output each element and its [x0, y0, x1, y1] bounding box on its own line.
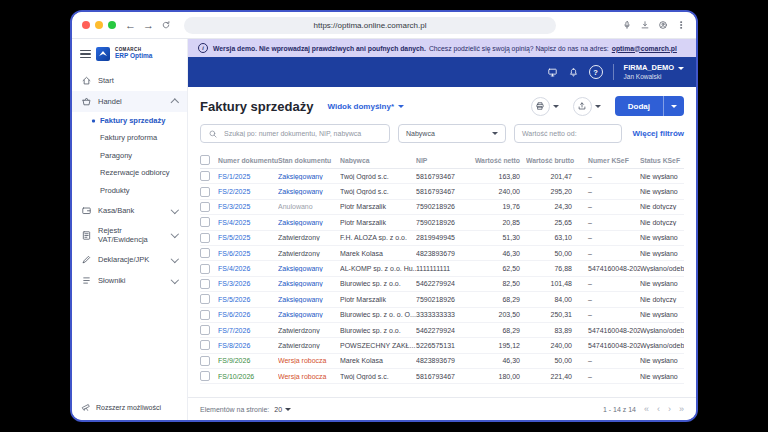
browser-menu-icon[interactable]	[676, 20, 686, 30]
cell-document-number[interactable]: FS/4/2025	[218, 219, 278, 226]
sidebar-subitem-produkty[interactable]: Produkty	[72, 183, 187, 201]
view-selector[interactable]: Widok domyślny*	[327, 102, 404, 111]
row-checkbox[interactable]	[200, 248, 210, 258]
row-checkbox[interactable]	[200, 217, 210, 227]
notifications-bell-icon[interactable]	[568, 67, 579, 78]
sidebar-subitem-paragony[interactable]: Paragony	[72, 147, 187, 165]
prev-page-button[interactable]: ‹	[657, 405, 660, 414]
more-filters-link[interactable]: Więcej filtrów	[633, 129, 685, 138]
expand-capabilities-button[interactable]: Rozszerz możliwości	[72, 394, 187, 420]
row-checkbox[interactable]	[200, 340, 210, 350]
user-menu[interactable]: FIRMA_DEMO Jan Kowalski	[624, 64, 684, 80]
cell-document-number[interactable]: FS/2/2025	[218, 188, 278, 195]
cell-document-number[interactable]: FS/10/2026	[218, 373, 278, 380]
last-page-button[interactable]: »	[679, 405, 684, 414]
cell-document-number[interactable]: FS/7/2026	[218, 327, 278, 334]
table-row[interactable]: FS/8/2026ZatwierdzonyPOWSZECHNY ZAKŁ...5…	[200, 338, 684, 353]
row-checkbox[interactable]	[200, 202, 210, 212]
sidebar-item-handel[interactable]: Handel	[72, 91, 187, 112]
export-button[interactable]	[573, 97, 601, 116]
address-bar[interactable]: https://optima.online.comarch.pl	[184, 17, 556, 34]
first-page-button[interactable]: «	[644, 405, 649, 414]
table-row[interactable]: FS/9/2026Wersja roboczaMarek Kolasa48238…	[200, 354, 684, 369]
sidebar-item-deklaracje-jpk[interactable]: Deklaracje/JPK	[72, 249, 187, 270]
table-row[interactable]: FS/6/2025ZatwierdzonyMarek Kolasa4823893…	[200, 246, 684, 261]
buyer-select[interactable]: Nabywca	[398, 124, 506, 143]
table-row[interactable]: FS/3/2025AnulowanoPiotr Marszalik7590218…	[200, 200, 684, 215]
sidebar-subitem-rezerwacje-odbiorcy[interactable]: Rezerwacje odbiorcy	[72, 165, 187, 183]
row-checkbox[interactable]	[200, 294, 210, 304]
cell-document-number[interactable]: FS/3/2026	[218, 280, 278, 287]
cell-net-value: 62,50	[472, 265, 526, 272]
search-box[interactable]	[200, 124, 390, 143]
row-checkbox[interactable]	[200, 279, 210, 289]
table-row[interactable]: FS/3/2026ZaksięgowanyBiurowiec sp. z o.o…	[200, 277, 684, 292]
banner-email-link[interactable]: optima@comarch.pl	[612, 45, 677, 52]
add-invoice-button[interactable]: Dodaj	[615, 96, 684, 116]
cell-document-number[interactable]: FS/5/2026	[218, 296, 278, 303]
sidebar-item-s-owniki[interactable]: Słowniki	[72, 270, 187, 291]
table-row[interactable]: FS/10/2026Wersja roboczaTwój Ogród s.c.5…	[200, 369, 684, 384]
profile-icon[interactable]	[658, 20, 668, 30]
dictionary-icon	[81, 275, 92, 286]
column-header-document-status[interactable]: Stan dokumentu	[278, 157, 340, 164]
cell-document-number[interactable]: FS/6/2025	[218, 250, 278, 257]
mic-icon[interactable]	[622, 20, 632, 30]
column-header-nip[interactable]: NIP	[416, 157, 472, 164]
table-row[interactable]: FS/4/2026ZaksięgowanyAL-KOMP sp. z o.o. …	[200, 261, 684, 276]
row-checkbox[interactable]	[200, 310, 210, 320]
column-header-net-value[interactable]: Wartość netto	[472, 157, 526, 164]
add-button-label[interactable]: Dodaj	[615, 96, 663, 116]
column-header-ksef-number[interactable]: Numer KSeF	[578, 157, 640, 164]
window-minimize-button[interactable]	[95, 21, 103, 29]
row-checkbox[interactable]	[200, 325, 210, 335]
net-value-from-input[interactable]: Wartość netto od:	[514, 124, 622, 143]
row-checkbox[interactable]	[200, 233, 210, 243]
table-row[interactable]: FS/2/2025ZaksięgowanyTwój Ogród s.c.5816…	[200, 184, 684, 199]
sidebar-subitem-faktury-proforma[interactable]: Faktury proforma	[72, 130, 187, 148]
table-row[interactable]: FS/1/2025ZaksięgowanyTwój Ogród s.c.5816…	[200, 169, 684, 184]
help-icon[interactable]: ?	[589, 65, 603, 79]
row-checkbox[interactable]	[200, 371, 210, 381]
sidebar-subitem-faktury-sprzeda-y[interactable]: Faktury sprzedaży	[72, 112, 187, 130]
table-row[interactable]: FS/5/2026ZaksięgowanyPiotr Marszalik7590…	[200, 292, 684, 307]
print-button[interactable]	[531, 97, 559, 116]
column-header-buyer[interactable]: Nabywca	[340, 157, 416, 164]
row-checkbox[interactable]	[200, 356, 210, 366]
reload-button[interactable]	[161, 20, 171, 30]
cell-document-number[interactable]: FS/9/2026	[218, 357, 278, 364]
row-checkbox[interactable]	[200, 187, 210, 197]
column-header-document-number[interactable]: Numer dokumentu	[218, 157, 278, 164]
cell-document-number[interactable]: FS/8/2026	[218, 342, 278, 349]
window-maximize-button[interactable]	[108, 21, 116, 29]
ksef-monitor-icon[interactable]	[547, 67, 558, 78]
next-page-button[interactable]: ›	[668, 405, 671, 414]
cell-document-number[interactable]: FS/3/2025	[218, 203, 278, 210]
table-row[interactable]: FS/7/2026ZatwierdzonyBiurowiec sp. z o.o…	[200, 323, 684, 338]
cell-document-number[interactable]: FS/1/2025	[218, 173, 278, 180]
divider	[613, 64, 614, 80]
column-header-ksef-status[interactable]: Status KSeF	[640, 157, 684, 164]
back-button[interactable]: ←	[125, 20, 136, 31]
forward-button[interactable]: →	[143, 20, 154, 31]
table-row[interactable]: FS/4/2025ZaksięgowanyPiotr Marszalik7590…	[200, 215, 684, 230]
cell-document-number[interactable]: FS/6/2026	[218, 311, 278, 318]
cell-ksef-status: Nie wysłano	[640, 280, 684, 287]
per-page-select[interactable]: 20	[274, 406, 291, 413]
cell-document-number[interactable]: FS/4/2026	[218, 265, 278, 272]
cell-document-number[interactable]: FS/5/2025	[218, 234, 278, 241]
row-checkbox[interactable]	[200, 171, 210, 181]
window-close-button[interactable]	[82, 21, 90, 29]
table-row[interactable]: FS/5/2025ZatwierdzonyF.H. ALOZA sp. z o.…	[200, 231, 684, 246]
search-input[interactable]	[222, 129, 382, 138]
sidebar-item-rejestr-vat-ewidencja[interactable]: Rejestr VAT/Ewidencja	[72, 221, 187, 249]
download-icon[interactable]	[640, 20, 650, 30]
table-row[interactable]: FS/6/2026ZaksięgowanyBiurowiec sp. z o. …	[200, 308, 684, 323]
row-checkbox[interactable]	[200, 264, 210, 274]
sidebar-item-kasa-bank[interactable]: Kasa/Bank	[72, 200, 187, 221]
add-button-dropdown[interactable]	[663, 96, 684, 116]
column-header-gross-value[interactable]: Wartość brutto	[526, 157, 578, 164]
menu-toggle-icon[interactable]	[80, 50, 91, 58]
sidebar-item-start[interactable]: Start	[72, 70, 187, 91]
select-all-checkbox[interactable]	[200, 155, 210, 165]
